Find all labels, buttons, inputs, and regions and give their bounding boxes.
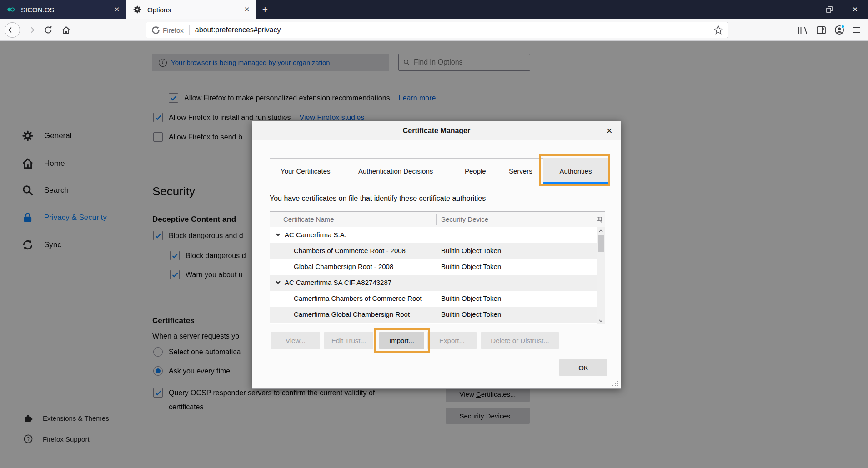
sidebar-label: General <box>44 131 71 140</box>
tab-close-icon[interactable]: ✕ <box>241 4 253 15</box>
chevron-down-icon[interactable] <box>276 281 281 284</box>
tab-authentication-decisions[interactable]: Authentication Decisions <box>358 158 433 184</box>
block-dangerous-row: Block dangerous and d <box>153 231 243 240</box>
table-scrollbar[interactable] <box>597 227 605 324</box>
reload-button[interactable] <box>40 22 56 38</box>
identity-box[interactable]: Firefox <box>146 25 190 35</box>
checkbox-checked[interactable] <box>170 270 180 279</box>
radio-unselected[interactable] <box>153 347 163 357</box>
certificates-table: Certificate Name Security Device AC Came… <box>270 211 605 324</box>
library-button[interactable] <box>795 22 810 38</box>
managed-notice-link[interactable]: Your browser is being managed by your or… <box>171 59 332 66</box>
tab-label: Authentication Decisions <box>358 167 433 175</box>
certificate-name: Chambers of Commerce Root - 2008 <box>294 247 406 254</box>
column-divider[interactable] <box>436 214 437 225</box>
firefox-logo-icon <box>152 26 160 34</box>
search-icon <box>403 59 410 66</box>
delete-or-distrust-button[interactable]: Delete or Distrust... <box>481 332 559 349</box>
dialog-title: Certificate Manager <box>403 127 471 135</box>
new-tab-button[interactable]: + <box>258 3 272 16</box>
sidebar-toggle-button[interactable] <box>813 22 829 38</box>
table-row[interactable]: Camerfirma Global Chambersign Root Built… <box>270 307 597 323</box>
checkbox-checked[interactable] <box>153 231 163 240</box>
edit-trust-button[interactable]: Edit Trust... <box>324 332 373 349</box>
view-button[interactable]: View... <box>271 332 320 349</box>
sidebar-item-privacy-security[interactable]: Privacy & Security <box>22 212 107 224</box>
security-devices-button[interactable]: Security Devices... <box>446 408 530 424</box>
tab-people[interactable]: People <box>465 158 486 184</box>
table-row[interactable]: Chambers of Commerce Root - 2008 Builtin… <box>270 243 597 259</box>
tab-close-icon[interactable]: ✕ <box>111 4 123 15</box>
find-in-options-searchbox[interactable] <box>398 54 530 71</box>
export-button[interactable]: Export... <box>427 332 477 349</box>
resize-grip[interactable] <box>612 381 618 386</box>
sidebar-item-general[interactable]: General <box>22 130 71 142</box>
browser-window: SICON.OS ✕ Options ✕ + <box>0 0 868 468</box>
tab-your-certificates[interactable]: Your Certificates <box>281 158 331 184</box>
back-icon <box>8 27 16 33</box>
sidebar-item-home[interactable]: Home <box>22 158 65 169</box>
checkbox-checked[interactable] <box>153 388 163 398</box>
account-icon <box>834 25 844 35</box>
column-certificate-name[interactable]: Certificate Name <box>283 215 334 223</box>
table-row-group[interactable]: AC Camerfirma S.A. <box>270 227 597 243</box>
table-row[interactable]: Camerfirma Chambers of Commerce Root Bui… <box>270 291 597 307</box>
scroll-up-icon[interactable] <box>597 227 605 234</box>
learn-more-link[interactable]: Learn more <box>399 94 436 102</box>
restore-button[interactable] <box>816 0 842 19</box>
dialog-header[interactable]: Certificate Manager ✕ <box>252 121 621 140</box>
search-icon <box>22 184 34 196</box>
checkbox-label: Block dangerous and d <box>169 232 243 240</box>
dialog-close-icon[interactable]: ✕ <box>603 125 615 137</box>
radio-selected[interactable] <box>153 366 163 376</box>
forward-button[interactable] <box>23 22 38 38</box>
sidebar-item-firefox-support[interactable]: ? Firefox Support <box>24 434 90 443</box>
scroll-down-icon[interactable] <box>597 317 605 324</box>
view-studies-link[interactable]: View Firefox studies <box>300 114 365 122</box>
checkbox-unchecked[interactable] <box>153 132 163 142</box>
sidebar-label: Sync <box>44 240 61 249</box>
url-text[interactable]: about:preferences#privacy <box>190 26 714 34</box>
radio-label: Ask you every time <box>169 367 230 375</box>
checkbox-checked[interactable] <box>169 93 178 103</box>
dialog-description: You have certificates on file that ident… <box>270 194 486 203</box>
column-security-device[interactable]: Security Device <box>441 215 488 223</box>
close-window-button[interactable]: ✕ <box>842 0 868 19</box>
account-button[interactable] <box>832 22 847 38</box>
home-button[interactable] <box>58 22 74 38</box>
search-input[interactable] <box>414 58 518 66</box>
sidebar-item-sync[interactable]: Sync <box>22 239 61 251</box>
checkbox-checked[interactable] <box>153 113 163 122</box>
checkbox-checked[interactable] <box>170 251 180 260</box>
sidebar-item-search[interactable]: Search <box>22 184 69 196</box>
ok-button[interactable]: OK <box>559 359 607 376</box>
button-label: View... <box>286 337 306 344</box>
url-bar[interactable]: Firefox about:preferences#privacy <box>146 22 728 38</box>
select-cert-automatically-row: Select one automatica <box>153 347 241 357</box>
scrollbar-thumb[interactable] <box>598 235 604 252</box>
security-device: Builtin Object Token <box>441 247 501 254</box>
tab-servers[interactable]: Servers <box>509 158 532 184</box>
ocsp-row: Query OCSP responder servers to confirm … <box>153 388 375 398</box>
column-picker-icon[interactable] <box>595 214 604 224</box>
tab-label: People <box>465 167 486 175</box>
button-label: Delete or Distrust... <box>491 337 549 344</box>
sidebar-item-extensions-themes[interactable]: Extensions & Themes <box>24 413 109 423</box>
bookmark-star-icon[interactable] <box>714 25 723 35</box>
import-highlight-box <box>374 328 430 353</box>
certificate-name: Global Chambersign Root - 2008 <box>294 263 393 270</box>
tab-options[interactable]: Options ✕ <box>126 0 256 19</box>
minimize-button[interactable] <box>790 0 816 19</box>
sidebar-label: Privacy & Security <box>44 213 107 222</box>
managed-by-organization-notice[interactable]: i Your browser is being managed by your … <box>152 54 389 71</box>
sidebar-label: Search <box>44 186 69 195</box>
certificates-heading: Certificates <box>152 316 195 325</box>
table-row[interactable]: Global Chambersign Root - 2008 Builtin O… <box>270 259 597 275</box>
tab-sicon-os[interactable]: SICON.OS ✕ <box>0 0 126 19</box>
table-row-group[interactable]: AC Camerfirma SA CIF A82743287 <box>270 275 597 291</box>
chevron-down-icon[interactable] <box>276 233 281 236</box>
back-button[interactable] <box>5 22 20 38</box>
menu-button[interactable] <box>849 22 864 38</box>
sidebar-toggle-icon <box>817 26 826 34</box>
gear-icon <box>22 130 34 142</box>
